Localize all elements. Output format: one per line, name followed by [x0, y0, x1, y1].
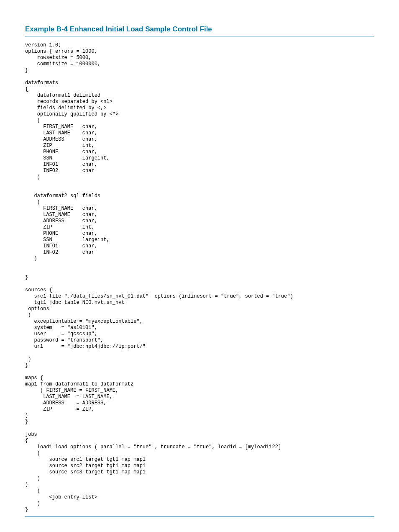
- code-block: version 1.0; options { errors = 1000, ro…: [25, 42, 374, 517]
- example-title: Example B-4 Enhanced Initial Load Sample…: [25, 25, 374, 36]
